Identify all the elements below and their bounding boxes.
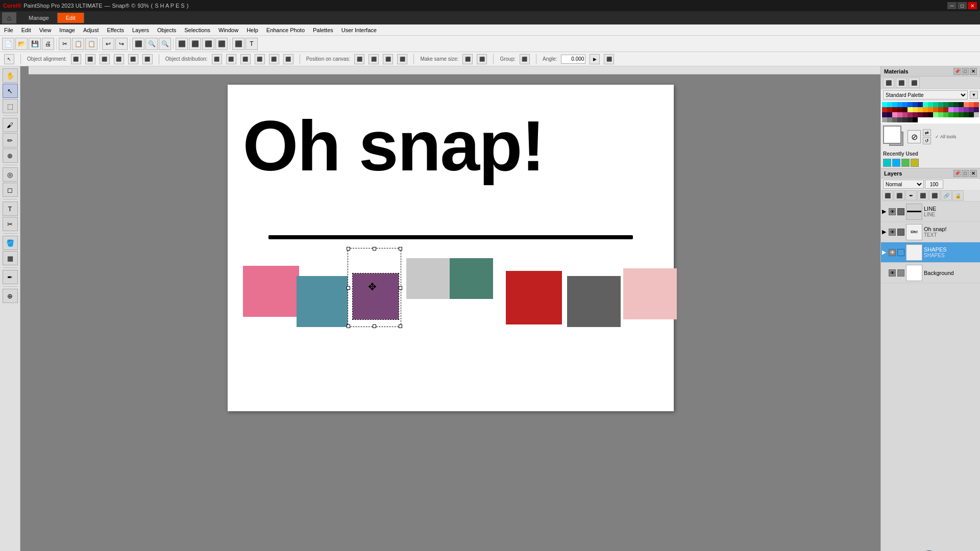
- layer-expand-shapes[interactable]: ▶: [882, 249, 887, 256]
- tab-manage[interactable]: Manage: [20, 13, 58, 23]
- angle-input[interactable]: [561, 55, 585, 64]
- align-center-v[interactable]: ⬛: [128, 54, 138, 64]
- handle-br[interactable]: [399, 324, 402, 328]
- align-left[interactable]: ⬛: [71, 54, 81, 64]
- ru-color-4[interactable]: [911, 159, 919, 167]
- blend-mode-select[interactable]: Normal: [883, 180, 924, 189]
- tb-resize[interactable]: ⬛: [189, 38, 201, 50]
- pick-tool[interactable]: ↖: [3, 84, 18, 98]
- color-swatch-ffff60[interactable]: [908, 107, 913, 112]
- color-swatch-404040[interactable]: [897, 117, 902, 122]
- color-swatch-00ffff[interactable]: [882, 102, 887, 107]
- tab-edit[interactable]: Edit: [58, 13, 84, 23]
- color-swatch-c0c0c0[interactable]: [974, 112, 979, 117]
- minimize-button[interactable]: ─: [947, 2, 957, 9]
- transparent-btn[interactable]: ⊘: [908, 130, 921, 143]
- tb-new[interactable]: 📄: [2, 38, 14, 50]
- layer-tool-6[interactable]: 🔗: [941, 190, 952, 201]
- color-swatch-ff6040[interactable]: [969, 102, 974, 107]
- color-swatch-40c040[interactable]: [943, 112, 948, 117]
- tb-zoom-in[interactable]: 🔍: [145, 38, 158, 50]
- tb-undo[interactable]: ↩: [102, 38, 114, 50]
- layer-vis-text[interactable]: 👁: [889, 229, 896, 236]
- layers-float-btn[interactable]: □: [962, 170, 969, 177]
- handle-tl[interactable]: [347, 247, 350, 251]
- color-swatch-00e0ff[interactable]: [887, 102, 892, 107]
- clone-tool[interactable]: ⊕: [3, 148, 18, 163]
- color-swatch-600000[interactable]: [897, 107, 902, 112]
- gradient-tool[interactable]: ▦: [3, 251, 18, 265]
- menu-image[interactable]: Image: [55, 24, 79, 36]
- color-swatch-200040[interactable]: [887, 112, 892, 117]
- layer-vis-bg[interactable]: 👁: [889, 269, 896, 277]
- layers-close-btn[interactable]: ✕: [970, 170, 977, 177]
- menu-user-interface[interactable]: User Interface: [337, 24, 381, 36]
- menu-palettes[interactable]: Palettes: [309, 24, 337, 36]
- mat-tb-btn3[interactable]: ⬛: [909, 78, 920, 88]
- color-swatch-e06000[interactable]: [933, 107, 938, 112]
- dist-h2[interactable]: ⬛: [240, 54, 251, 64]
- tb-text[interactable]: T: [246, 38, 258, 50]
- opacity-input[interactable]: [925, 180, 943, 189]
- dist-v[interactable]: ⬛: [226, 54, 236, 64]
- align-top[interactable]: ⬛: [114, 54, 124, 64]
- handle-tm[interactable]: [373, 247, 376, 251]
- materials-float-btn[interactable]: □: [962, 68, 969, 75]
- swap-colors-btn[interactable]: ⇄: [923, 129, 931, 136]
- text-tool[interactable]: T: [3, 202, 18, 216]
- color-swatch-801040[interactable]: [913, 112, 918, 117]
- layer-expand-text[interactable]: ▶: [882, 229, 887, 235]
- color-swatch-600830[interactable]: [918, 112, 923, 117]
- shape-teal-square[interactable]: [297, 276, 348, 327]
- layer-item-text[interactable]: ▶ 👁 Oh! Oh snap! TEXT: [881, 222, 980, 242]
- color-swatch-602080[interactable]: [969, 107, 974, 112]
- ru-color-2[interactable]: [892, 159, 900, 167]
- color-swatch-c02010[interactable]: [882, 107, 887, 112]
- layer-tool-7[interactable]: 🔒: [952, 190, 964, 201]
- color-swatch-800000[interactable]: [892, 107, 897, 112]
- menu-enhance-photo[interactable]: Enhance Photo: [262, 24, 309, 36]
- tb-cut[interactable]: ✂: [59, 38, 71, 50]
- handle-tr[interactable]: [399, 247, 402, 251]
- angle-apply[interactable]: ▶: [590, 54, 600, 64]
- pick-tool-btn[interactable]: ↖: [4, 54, 14, 64]
- selection-tool[interactable]: ⬚: [3, 99, 18, 113]
- layers-header-buttons[interactable]: 📌 □ ✕: [953, 170, 977, 177]
- pos-x[interactable]: ⬛: [354, 54, 364, 64]
- color-swatch-20ffd0[interactable]: [923, 102, 928, 107]
- home-button[interactable]: ⌂: [2, 12, 16, 23]
- menu-edit[interactable]: Edit: [17, 24, 35, 36]
- tb-open[interactable]: 📂: [15, 38, 28, 50]
- menu-window[interactable]: Window: [214, 24, 242, 36]
- palette-settings-btn[interactable]: ▼: [970, 91, 978, 99]
- same-h[interactable]: ⬛: [477, 54, 487, 64]
- align-bottom[interactable]: ⬛: [142, 54, 153, 64]
- color-swatch-ff8060[interactable]: [964, 102, 969, 107]
- color-swatch-300850[interactable]: [882, 112, 887, 117]
- tb-flip[interactable]: ⬛: [215, 38, 228, 50]
- menu-effects[interactable]: Effects: [103, 24, 128, 36]
- color-swatch-a02000[interactable]: [943, 107, 948, 112]
- pos-y[interactable]: ⬛: [369, 54, 379, 64]
- window-controls[interactable]: ─ □ ✕: [947, 2, 977, 9]
- color-swatch-808080[interactable]: [887, 117, 892, 122]
- handle-bm[interactable]: [373, 324, 376, 328]
- tb-print[interactable]: 🖨: [42, 38, 54, 50]
- same-w[interactable]: ⬛: [462, 54, 473, 64]
- color-swatch-00c0ff[interactable]: [892, 102, 897, 107]
- color-swatch-ff80c0[interactable]: [892, 112, 897, 117]
- dist-e2[interactable]: ⬛: [283, 54, 293, 64]
- layer-vis-line[interactable]: 👁: [889, 208, 896, 215]
- maximize-button[interactable]: □: [958, 2, 967, 9]
- retouch-tool[interactable]: ◎: [3, 167, 18, 182]
- color-swatch-a01000[interactable]: [887, 107, 892, 112]
- color-swatch-303030[interactable]: [902, 117, 908, 122]
- menu-objects[interactable]: Objects: [153, 24, 180, 36]
- color-swatch-0040c0[interactable]: [913, 102, 918, 107]
- color-swatch-e060a0[interactable]: [897, 112, 902, 117]
- menu-help[interactable]: Help: [242, 24, 262, 36]
- tb-layers[interactable]: ⬛: [232, 38, 244, 50]
- layer-vis-shapes[interactable]: 👁: [889, 249, 896, 256]
- ru-color-3[interactable]: [901, 159, 910, 167]
- color-swatch-60e060[interactable]: [938, 112, 943, 117]
